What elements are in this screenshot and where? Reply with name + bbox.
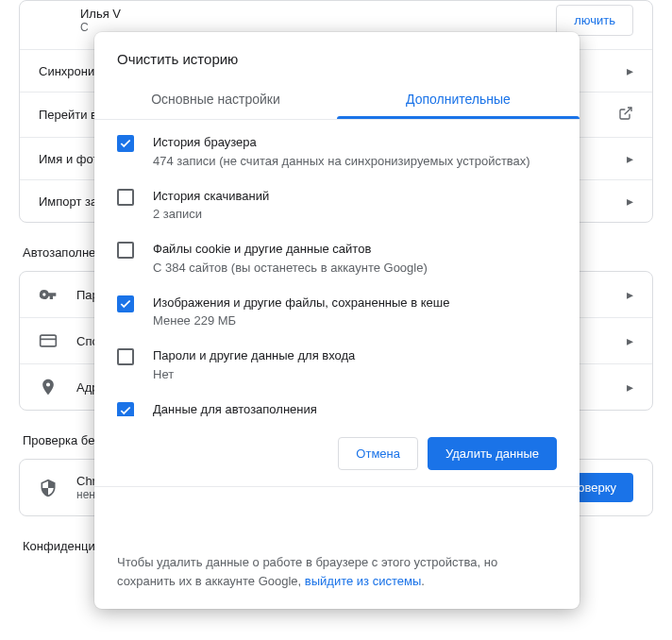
item-sub: Менее 229 МБ — [153, 313, 449, 328]
item-sub: 2 записи — [153, 207, 269, 221]
dialog-footer-note: Чтобы удалить данные о работе в браузере… — [94, 486, 580, 609]
cancel-button[interactable]: Отмена — [338, 437, 418, 470]
item-autofill: Данные для автозаполнения 12 вариантов (… — [117, 391, 576, 417]
checkbox-cached-images[interactable] — [117, 295, 134, 312]
checkbox-browsing-history[interactable] — [117, 135, 134, 152]
checkbox-cookies[interactable] — [117, 242, 134, 259]
checkbox-autofill[interactable] — [117, 402, 134, 417]
item-sub: Нет — [153, 367, 355, 381]
item-passwords: Пароли и другие данные для входа Нет — [117, 337, 576, 391]
item-title: Пароли и другие данные для входа — [153, 346, 355, 365]
data-types-list[interactable]: История браузера 474 записи (не считая д… — [94, 120, 580, 416]
item-title: Файлы cookie и другие данные сайтов — [153, 240, 428, 259]
delete-data-button[interactable]: Удалить данные — [428, 437, 557, 470]
checkbox-passwords[interactable] — [117, 348, 134, 365]
item-title: История скачиваний — [153, 187, 269, 206]
tab-basic[interactable]: Основные настройки — [94, 80, 337, 119]
item-title: Изображения и другие файлы, сохраненные … — [153, 294, 449, 312]
footer-dot: . — [421, 574, 425, 588]
dialog-title: Очистить историю — [94, 32, 580, 80]
item-browsing-history: История браузера 474 записи (не считая д… — [117, 124, 576, 177]
sign-out-link[interactable]: выйдите из системы — [305, 574, 421, 588]
dialog-tabs: Основные настройки Дополнительные — [94, 80, 580, 120]
item-sub: С 384 сайтов (вы останетесь в аккаунте G… — [153, 261, 428, 275]
item-cached-images: Изображения и другие файлы, сохраненные … — [117, 284, 576, 338]
dialog-actions: Отмена Удалить данные — [94, 416, 580, 487]
item-download-history: История скачиваний 2 записи — [117, 177, 576, 231]
tab-advanced[interactable]: Дополнительные — [337, 80, 580, 119]
item-cookies: Файлы cookie и другие данные сайтов С 38… — [117, 230, 576, 284]
item-sub: 474 записи (не считая данных на синхрони… — [153, 154, 530, 168]
clear-history-dialog: Очистить историю Основные настройки Допо… — [94, 32, 580, 609]
item-title: История браузера — [153, 133, 530, 152]
checkbox-download-history[interactable] — [117, 189, 134, 206]
item-title: Данные для автозаполнения — [153, 400, 394, 417]
